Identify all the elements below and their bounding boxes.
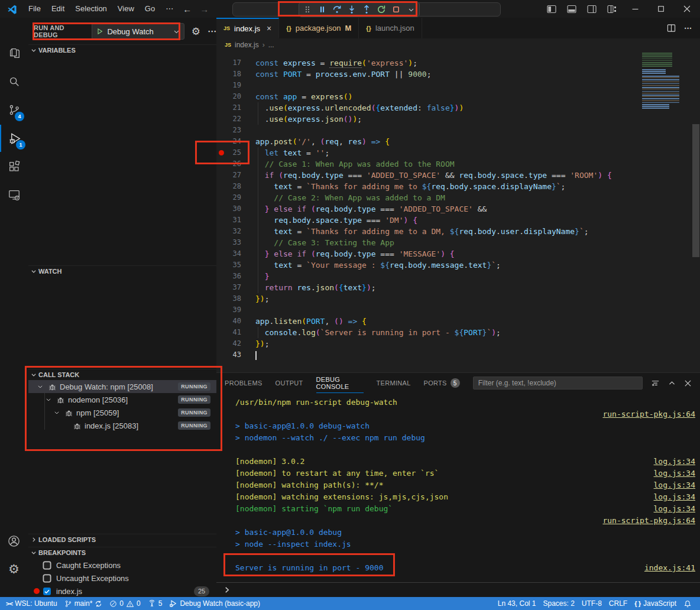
- call-stack-row[interactable]: Debug Watch: npm [25008]RUNNING: [28, 380, 216, 393]
- breakpoint-gutter[interactable]: [216, 349, 226, 361]
- toggle-secondary-sidebar-icon[interactable]: [582, 0, 602, 18]
- call-stack-section-header[interactable]: CALL STACK: [28, 369, 216, 380]
- minimize-button[interactable]: [622, 0, 648, 18]
- panel-tab-terminal[interactable]: TERMINAL: [377, 374, 411, 393]
- nav-forward-icon[interactable]: →: [196, 4, 213, 14]
- cursor-position-indicator[interactable]: Ln 43, Col 1: [494, 597, 540, 610]
- encoding-indicator[interactable]: UTF-8: [578, 597, 605, 610]
- line-number[interactable]: 35: [226, 259, 241, 271]
- maximize-panel-chevron-icon[interactable]: [668, 379, 676, 387]
- breadcrumb[interactable]: JS index.js › ...: [216, 38, 700, 51]
- line-number[interactable]: 34: [226, 248, 241, 259]
- source-link[interactable]: log.js:34: [654, 503, 695, 515]
- breakpoint-gutter[interactable]: [216, 192, 226, 203]
- console-filter-input[interactable]: Filter (e.g. text, !exclude): [473, 377, 643, 390]
- breakpoint-gutter[interactable]: [216, 304, 226, 316]
- tab-launch.json[interactable]: {}launch.json: [359, 18, 422, 38]
- menu-file[interactable]: File: [23, 4, 46, 13]
- breakpoint-dot[interactable]: [219, 150, 224, 155]
- explorer-icon[interactable]: [0, 40, 28, 67]
- breakpoint-gutter[interactable]: [216, 69, 226, 80]
- settings-gear-icon[interactable]: ⚙: [0, 556, 28, 583]
- line-number[interactable]: 39: [226, 304, 241, 316]
- breakpoint-gutter[interactable]: [216, 226, 226, 237]
- line-number[interactable]: 41: [226, 327, 241, 338]
- line-number[interactable]: 21: [226, 102, 241, 113]
- chevron-down-icon[interactable]: [54, 410, 63, 416]
- nav-back-icon[interactable]: ←: [179, 4, 196, 14]
- debug-session-indicator[interactable]: Debug Watch (basic-app): [166, 597, 264, 610]
- variables-section-header[interactable]: VARIABLES: [28, 44, 216, 56]
- breakpoint-gutter[interactable]: [216, 316, 226, 327]
- line-number[interactable]: 28: [226, 181, 241, 192]
- toggle-sidebar-icon[interactable]: [542, 0, 562, 18]
- step-out-icon[interactable]: [362, 5, 371, 14]
- call-stack-row[interactable]: npm [25059]RUNNING: [28, 406, 216, 419]
- line-number[interactable]: 33: [226, 237, 241, 248]
- breakpoint-gutter[interactable]: [216, 181, 226, 192]
- indentation-indicator[interactable]: Spaces: 2: [539, 597, 578, 610]
- editor-more-actions-icon[interactable]: ⋯: [684, 24, 692, 33]
- breakpoint-row[interactable]: Caught Exceptions: [28, 559, 216, 572]
- debug-repl-input[interactable]: [216, 582, 700, 597]
- pause-icon[interactable]: [317, 5, 327, 14]
- breakpoint-gutter[interactable]: [216, 293, 226, 304]
- loaded-scripts-section-header[interactable]: LOADED SCRIPTS: [28, 534, 216, 545]
- line-number[interactable]: 22: [226, 113, 241, 125]
- filter-icon[interactable]: [651, 379, 660, 388]
- line-number[interactable]: 32: [226, 226, 241, 237]
- chevron-down-icon[interactable]: [37, 384, 47, 390]
- breakpoint-gutter[interactable]: [216, 170, 226, 181]
- debug-dropdown-chevron-icon[interactable]: [406, 5, 416, 14]
- tab-package.json[interactable]: {}package.jsonM: [279, 18, 359, 38]
- toggle-panel-icon[interactable]: [562, 0, 582, 18]
- eol-indicator[interactable]: CRLF: [605, 597, 631, 610]
- line-number[interactable]: 40: [226, 316, 241, 327]
- toolbar-drag-handle[interactable]: [303, 5, 312, 14]
- line-number[interactable]: 26: [226, 158, 241, 170]
- breakpoint-row[interactable]: index.js25: [28, 585, 216, 598]
- line-number[interactable]: 18: [226, 69, 241, 80]
- tab-index.js[interactable]: JSindex.js×: [216, 18, 279, 38]
- breakpoint-row[interactable]: Uncaught Exceptions: [28, 572, 216, 585]
- line-number[interactable]: 27: [226, 170, 241, 181]
- breakpoint-gutter[interactable]: [216, 203, 226, 215]
- checkbox-unchecked[interactable]: [43, 561, 51, 570]
- source-control-icon[interactable]: 4: [0, 96, 28, 124]
- breakpoint-gutter[interactable]: [216, 102, 226, 113]
- close-panel-icon[interactable]: [684, 379, 692, 387]
- breakpoint-gutter[interactable]: [216, 237, 226, 248]
- menu-selection[interactable]: Selection: [70, 4, 112, 13]
- source-link[interactable]: run-script-pkg.js:64: [602, 515, 695, 527]
- watch-section-header[interactable]: WATCH: [28, 265, 216, 277]
- panel-tab-debug-console[interactable]: DEBUG CONSOLE: [316, 374, 364, 393]
- line-number[interactable]: 23: [226, 125, 241, 136]
- restart-icon[interactable]: [377, 5, 386, 14]
- problems-indicator[interactable]: 0 0: [106, 597, 144, 610]
- scrollbar-thumb[interactable]: [692, 124, 699, 257]
- panel-tab-output[interactable]: OUTPUT: [276, 374, 303, 393]
- breakpoint-gutter[interactable]: [216, 327, 226, 338]
- stop-icon[interactable]: [391, 5, 401, 14]
- minimap[interactable]: [640, 51, 692, 372]
- remote-explorer-icon[interactable]: [0, 181, 28, 209]
- line-number[interactable]: 43: [226, 349, 241, 361]
- chevron-down-icon[interactable]: [46, 397, 55, 403]
- breakpoint-gutter[interactable]: [216, 338, 226, 349]
- breakpoint-gutter[interactable]: [216, 80, 226, 91]
- breakpoint-gutter[interactable]: [216, 125, 226, 136]
- breakpoint-gutter[interactable]: [216, 91, 226, 102]
- code-editor[interactable]: 17const express = require('express');18c…: [216, 51, 640, 372]
- breakpoint-gutter[interactable]: [216, 259, 226, 271]
- search-icon[interactable]: [0, 68, 28, 95]
- panel-tab-problems[interactable]: PROBLEMS: [225, 374, 262, 393]
- source-link[interactable]: index.js:41: [644, 562, 695, 574]
- line-number[interactable]: 38: [226, 293, 241, 304]
- line-number[interactable]: 36: [226, 271, 241, 282]
- line-number[interactable]: 29: [226, 192, 241, 203]
- line-number[interactable]: 19: [226, 80, 241, 91]
- customize-layout-icon[interactable]: [602, 0, 622, 18]
- line-number[interactable]: 31: [226, 215, 241, 226]
- checkbox-unchecked[interactable]: [43, 574, 51, 583]
- run-and-debug-icon[interactable]: 1: [0, 125, 29, 152]
